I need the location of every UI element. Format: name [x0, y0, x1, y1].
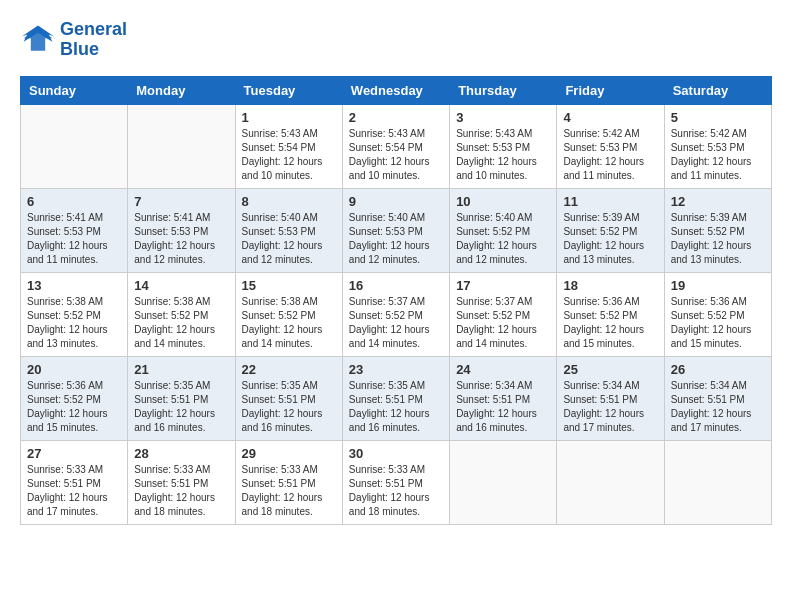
calendar-cell	[664, 440, 771, 524]
day-number: 14	[134, 278, 228, 293]
day-number: 11	[563, 194, 657, 209]
day-number: 13	[27, 278, 121, 293]
day-number: 29	[242, 446, 336, 461]
day-number: 21	[134, 362, 228, 377]
calendar-cell: 21Sunrise: 5:35 AM Sunset: 5:51 PM Dayli…	[128, 356, 235, 440]
calendar-table: SundayMondayTuesdayWednesdayThursdayFrid…	[20, 76, 772, 525]
day-number: 24	[456, 362, 550, 377]
calendar-cell: 22Sunrise: 5:35 AM Sunset: 5:51 PM Dayli…	[235, 356, 342, 440]
day-number: 22	[242, 362, 336, 377]
calendar-cell: 20Sunrise: 5:36 AM Sunset: 5:52 PM Dayli…	[21, 356, 128, 440]
calendar-cell: 2Sunrise: 5:43 AM Sunset: 5:54 PM Daylig…	[342, 104, 449, 188]
calendar-cell: 5Sunrise: 5:42 AM Sunset: 5:53 PM Daylig…	[664, 104, 771, 188]
day-info: Sunrise: 5:33 AM Sunset: 5:51 PM Dayligh…	[349, 463, 443, 519]
calendar-body: 1Sunrise: 5:43 AM Sunset: 5:54 PM Daylig…	[21, 104, 772, 524]
day-number: 18	[563, 278, 657, 293]
day-number: 5	[671, 110, 765, 125]
day-info: Sunrise: 5:37 AM Sunset: 5:52 PM Dayligh…	[349, 295, 443, 351]
day-info: Sunrise: 5:34 AM Sunset: 5:51 PM Dayligh…	[563, 379, 657, 435]
day-info: Sunrise: 5:34 AM Sunset: 5:51 PM Dayligh…	[671, 379, 765, 435]
day-info: Sunrise: 5:36 AM Sunset: 5:52 PM Dayligh…	[27, 379, 121, 435]
day-info: Sunrise: 5:40 AM Sunset: 5:53 PM Dayligh…	[349, 211, 443, 267]
calendar-cell: 6Sunrise: 5:41 AM Sunset: 5:53 PM Daylig…	[21, 188, 128, 272]
day-number: 28	[134, 446, 228, 461]
day-info: Sunrise: 5:35 AM Sunset: 5:51 PM Dayligh…	[349, 379, 443, 435]
day-number: 1	[242, 110, 336, 125]
logo: General Blue	[20, 20, 127, 60]
day-info: Sunrise: 5:37 AM Sunset: 5:52 PM Dayligh…	[456, 295, 550, 351]
calendar-cell	[128, 104, 235, 188]
day-number: 26	[671, 362, 765, 377]
weekday-header: Thursday	[450, 76, 557, 104]
calendar-cell: 16Sunrise: 5:37 AM Sunset: 5:52 PM Dayli…	[342, 272, 449, 356]
day-info: Sunrise: 5:40 AM Sunset: 5:53 PM Dayligh…	[242, 211, 336, 267]
calendar-week-row: 1Sunrise: 5:43 AM Sunset: 5:54 PM Daylig…	[21, 104, 772, 188]
day-info: Sunrise: 5:42 AM Sunset: 5:53 PM Dayligh…	[563, 127, 657, 183]
logo-text: General Blue	[60, 20, 127, 60]
day-info: Sunrise: 5:33 AM Sunset: 5:51 PM Dayligh…	[134, 463, 228, 519]
day-info: Sunrise: 5:39 AM Sunset: 5:52 PM Dayligh…	[563, 211, 657, 267]
day-number: 16	[349, 278, 443, 293]
day-number: 9	[349, 194, 443, 209]
day-info: Sunrise: 5:41 AM Sunset: 5:53 PM Dayligh…	[134, 211, 228, 267]
weekday-header: Sunday	[21, 76, 128, 104]
calendar-cell: 25Sunrise: 5:34 AM Sunset: 5:51 PM Dayli…	[557, 356, 664, 440]
day-number: 6	[27, 194, 121, 209]
calendar-cell: 28Sunrise: 5:33 AM Sunset: 5:51 PM Dayli…	[128, 440, 235, 524]
calendar-cell: 15Sunrise: 5:38 AM Sunset: 5:52 PM Dayli…	[235, 272, 342, 356]
day-info: Sunrise: 5:43 AM Sunset: 5:54 PM Dayligh…	[349, 127, 443, 183]
day-info: Sunrise: 5:36 AM Sunset: 5:52 PM Dayligh…	[671, 295, 765, 351]
day-info: Sunrise: 5:38 AM Sunset: 5:52 PM Dayligh…	[27, 295, 121, 351]
day-info: Sunrise: 5:43 AM Sunset: 5:54 PM Dayligh…	[242, 127, 336, 183]
day-info: Sunrise: 5:34 AM Sunset: 5:51 PM Dayligh…	[456, 379, 550, 435]
day-number: 7	[134, 194, 228, 209]
day-number: 27	[27, 446, 121, 461]
calendar-cell: 23Sunrise: 5:35 AM Sunset: 5:51 PM Dayli…	[342, 356, 449, 440]
day-number: 12	[671, 194, 765, 209]
calendar-week-row: 13Sunrise: 5:38 AM Sunset: 5:52 PM Dayli…	[21, 272, 772, 356]
calendar-cell: 4Sunrise: 5:42 AM Sunset: 5:53 PM Daylig…	[557, 104, 664, 188]
header: General Blue	[20, 20, 772, 60]
day-info: Sunrise: 5:39 AM Sunset: 5:52 PM Dayligh…	[671, 211, 765, 267]
calendar-cell: 29Sunrise: 5:33 AM Sunset: 5:51 PM Dayli…	[235, 440, 342, 524]
calendar-cell: 10Sunrise: 5:40 AM Sunset: 5:52 PM Dayli…	[450, 188, 557, 272]
weekday-header: Saturday	[664, 76, 771, 104]
day-info: Sunrise: 5:38 AM Sunset: 5:52 PM Dayligh…	[134, 295, 228, 351]
calendar-cell: 18Sunrise: 5:36 AM Sunset: 5:52 PM Dayli…	[557, 272, 664, 356]
weekday-header-row: SundayMondayTuesdayWednesdayThursdayFrid…	[21, 76, 772, 104]
calendar-cell: 30Sunrise: 5:33 AM Sunset: 5:51 PM Dayli…	[342, 440, 449, 524]
day-info: Sunrise: 5:35 AM Sunset: 5:51 PM Dayligh…	[134, 379, 228, 435]
day-number: 23	[349, 362, 443, 377]
calendar-cell: 27Sunrise: 5:33 AM Sunset: 5:51 PM Dayli…	[21, 440, 128, 524]
day-info: Sunrise: 5:33 AM Sunset: 5:51 PM Dayligh…	[242, 463, 336, 519]
day-number: 4	[563, 110, 657, 125]
calendar-cell: 26Sunrise: 5:34 AM Sunset: 5:51 PM Dayli…	[664, 356, 771, 440]
day-info: Sunrise: 5:43 AM Sunset: 5:53 PM Dayligh…	[456, 127, 550, 183]
calendar-cell: 1Sunrise: 5:43 AM Sunset: 5:54 PM Daylig…	[235, 104, 342, 188]
weekday-header: Monday	[128, 76, 235, 104]
day-info: Sunrise: 5:38 AM Sunset: 5:52 PM Dayligh…	[242, 295, 336, 351]
day-number: 19	[671, 278, 765, 293]
calendar-cell: 7Sunrise: 5:41 AM Sunset: 5:53 PM Daylig…	[128, 188, 235, 272]
calendar-cell: 19Sunrise: 5:36 AM Sunset: 5:52 PM Dayli…	[664, 272, 771, 356]
day-number: 15	[242, 278, 336, 293]
day-info: Sunrise: 5:35 AM Sunset: 5:51 PM Dayligh…	[242, 379, 336, 435]
day-number: 20	[27, 362, 121, 377]
calendar-cell: 9Sunrise: 5:40 AM Sunset: 5:53 PM Daylig…	[342, 188, 449, 272]
calendar-cell: 3Sunrise: 5:43 AM Sunset: 5:53 PM Daylig…	[450, 104, 557, 188]
weekday-header: Tuesday	[235, 76, 342, 104]
day-number: 30	[349, 446, 443, 461]
day-number: 25	[563, 362, 657, 377]
day-number: 2	[349, 110, 443, 125]
day-number: 8	[242, 194, 336, 209]
calendar-cell	[21, 104, 128, 188]
weekday-header: Friday	[557, 76, 664, 104]
day-info: Sunrise: 5:33 AM Sunset: 5:51 PM Dayligh…	[27, 463, 121, 519]
calendar-cell: 17Sunrise: 5:37 AM Sunset: 5:52 PM Dayli…	[450, 272, 557, 356]
calendar-cell	[557, 440, 664, 524]
calendar-week-row: 27Sunrise: 5:33 AM Sunset: 5:51 PM Dayli…	[21, 440, 772, 524]
day-number: 3	[456, 110, 550, 125]
calendar-cell	[450, 440, 557, 524]
calendar-week-row: 20Sunrise: 5:36 AM Sunset: 5:52 PM Dayli…	[21, 356, 772, 440]
calendar-cell: 13Sunrise: 5:38 AM Sunset: 5:52 PM Dayli…	[21, 272, 128, 356]
